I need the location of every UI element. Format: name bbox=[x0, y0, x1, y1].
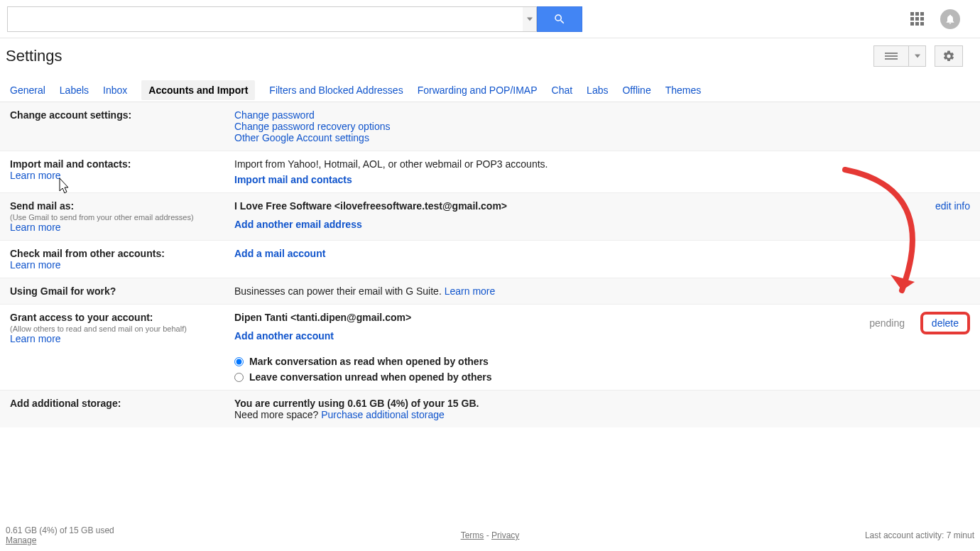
settings-gear-button[interactable] bbox=[935, 45, 963, 67]
link-other-settings[interactable]: Other Google Account settings bbox=[234, 132, 369, 143]
density-dropdown[interactable] bbox=[909, 45, 926, 67]
tab-offline[interactable]: Offline bbox=[622, 84, 650, 96]
footer: 0.61 GB (4%) of 15 GB used Manage Terms … bbox=[0, 525, 980, 545]
row-check-mail: Check mail from other accounts: Learn mo… bbox=[0, 241, 980, 278]
tab-general[interactable]: General bbox=[10, 84, 45, 96]
tab-forwarding[interactable]: Forwarding and POP/IMAP bbox=[418, 84, 538, 96]
text-grant-entry: Dipen Tanti <tanti.dipen@gmail.com> bbox=[234, 312, 855, 323]
density-button[interactable] bbox=[873, 45, 909, 67]
text-need-space: Need more space? bbox=[234, 409, 321, 420]
page-title: Settings bbox=[6, 47, 62, 65]
caret-down-icon bbox=[527, 16, 533, 22]
link-delete-delegate[interactable]: delete bbox=[932, 317, 959, 329]
tab-labs[interactable]: Labs bbox=[587, 84, 608, 96]
tab-chat[interactable]: Chat bbox=[552, 84, 573, 96]
tab-inbox[interactable]: Inbox bbox=[103, 84, 127, 96]
tab-labels[interactable]: Labels bbox=[60, 84, 89, 96]
status-pending: pending bbox=[869, 317, 905, 329]
search-input[interactable] bbox=[7, 6, 523, 32]
apps-icon[interactable] bbox=[910, 12, 925, 26]
row-import-mail: Import mail and contacts: Learn more Imp… bbox=[0, 151, 980, 193]
action-add-account[interactable]: Add another account bbox=[234, 330, 334, 342]
link-gsuite-learn[interactable]: Learn more bbox=[445, 285, 496, 297]
link-checkmail-learn[interactable]: Learn more bbox=[10, 259, 61, 271]
label-gsuite: Using Gmail for work? bbox=[10, 285, 234, 297]
row-storage: Add additional storage: You are currentl… bbox=[0, 391, 980, 427]
caret-down-icon bbox=[915, 53, 920, 59]
radio-leave-unread-label: Leave conversation unread when opened by… bbox=[249, 371, 492, 383]
link-manage-storage[interactable]: Manage bbox=[6, 535, 36, 545]
text-gsuite-desc: Businesses can power their email with G … bbox=[234, 285, 442, 297]
tab-accounts-import[interactable]: Accounts and Import bbox=[141, 80, 255, 100]
notifications-icon[interactable] bbox=[940, 9, 960, 29]
link-change-recovery[interactable]: Change password recovery options bbox=[234, 121, 390, 132]
footer-activity: Last account activity: 7 minut bbox=[865, 530, 974, 540]
label-change-account: Change account settings: bbox=[10, 109, 234, 121]
label-check-mail: Check mail from other accounts: bbox=[10, 248, 234, 259]
top-bar bbox=[0, 0, 980, 38]
radio-mark-read[interactable] bbox=[234, 357, 244, 366]
label-storage: Add additional storage: bbox=[10, 398, 234, 409]
link-sendas-learn[interactable]: Learn more bbox=[10, 222, 61, 233]
link-import-learn[interactable]: Learn more bbox=[10, 170, 61, 181]
row-grant-access: Grant access to your account: (Allow oth… bbox=[0, 305, 980, 391]
label-grant-access: Grant access to your account: bbox=[10, 312, 234, 323]
tab-themes[interactable]: Themes bbox=[665, 84, 702, 96]
tab-filters[interactable]: Filters and Blocked Addresses bbox=[269, 84, 403, 96]
link-change-password[interactable]: Change password bbox=[234, 109, 315, 121]
action-add-email[interactable]: Add another email address bbox=[234, 219, 362, 230]
search-icon bbox=[553, 13, 566, 26]
action-add-mail-account[interactable]: Add a mail account bbox=[234, 248, 325, 259]
row-change-account: Change account settings: Change password… bbox=[0, 102, 980, 151]
radio-leave-unread[interactable] bbox=[234, 373, 244, 382]
settings-body: Change account settings: Change password… bbox=[0, 102, 980, 427]
text-import-desc: Import from Yahoo!, Hotmail, AOL, or oth… bbox=[234, 158, 970, 170]
label-send-as: Send mail as: bbox=[10, 200, 234, 212]
radio-mark-read-label: Mark conversation as read when opened by… bbox=[249, 356, 489, 367]
row-send-as: Send mail as: (Use Gmail to send from yo… bbox=[0, 193, 980, 241]
top-right-controls bbox=[910, 9, 974, 29]
search-button[interactable] bbox=[537, 6, 582, 32]
row-gsuite: Using Gmail for work? Businesses can pow… bbox=[0, 278, 980, 305]
title-toolbar bbox=[873, 45, 974, 67]
footer-usage: 0.61 GB (4%) of 15 GB used bbox=[6, 525, 114, 535]
search-container bbox=[7, 6, 582, 32]
action-import-mail[interactable]: Import mail and contacts bbox=[234, 174, 352, 185]
gear-icon bbox=[942, 50, 955, 62]
link-terms[interactable]: Terms bbox=[461, 530, 484, 540]
sub-grant-access: (Allow others to read and send mail on y… bbox=[10, 324, 234, 333]
link-grant-learn[interactable]: Learn more bbox=[10, 333, 61, 344]
search-options-dropdown[interactable] bbox=[523, 6, 537, 32]
link-privacy[interactable]: Privacy bbox=[491, 530, 519, 540]
settings-tabs: General Labels Inbox Accounts and Import… bbox=[0, 78, 980, 102]
title-row: Settings bbox=[0, 38, 980, 78]
label-import-mail: Import mail and contacts: bbox=[10, 158, 234, 170]
link-purchase-storage[interactable]: Purchase additional storage bbox=[321, 409, 445, 420]
text-storage-usage: You are currently using 0.61 GB (4%) of … bbox=[234, 398, 970, 409]
link-edit-info[interactable]: edit info bbox=[935, 200, 970, 212]
sub-send-as: (Use Gmail to send from your other email… bbox=[10, 213, 234, 222]
text-sendas-entry: I Love Free Software <ilovefreesoftware.… bbox=[234, 200, 921, 212]
